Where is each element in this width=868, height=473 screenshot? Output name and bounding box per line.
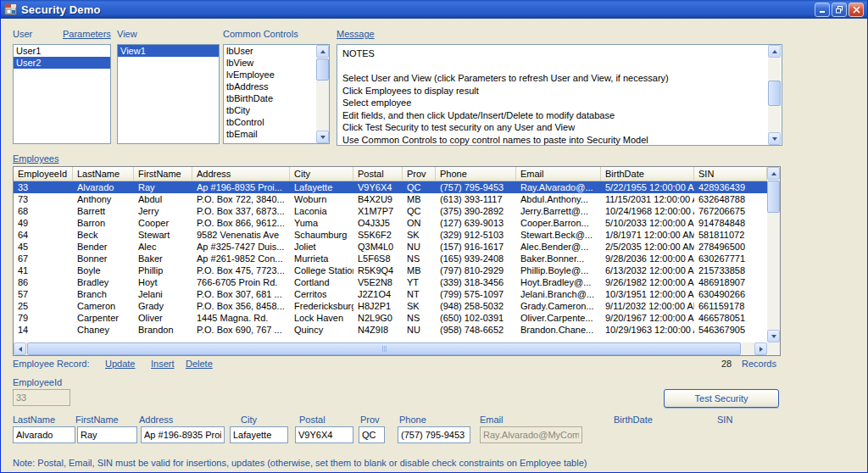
prov-field[interactable]: [359, 426, 385, 443]
lastname-field[interactable]: [13, 426, 75, 443]
cell: ON: [403, 217, 436, 229]
cell: 581811072: [694, 229, 767, 241]
column-header-postal[interactable]: Postal: [353, 167, 403, 181]
cell: Oliver: [134, 312, 192, 324]
parameters-link[interactable]: Parameters: [63, 29, 111, 39]
table-row[interactable]: 57BranchJelaniP.O. Box 307, 681 ...Cerri…: [14, 288, 767, 300]
column-header-lastname[interactable]: LastName: [73, 167, 134, 181]
cell: Grady: [134, 300, 192, 312]
table-row[interactable]: 14ChaneyBrandonP.O. Box 690, 767 ...Quin…: [14, 324, 767, 336]
city-field[interactable]: [230, 426, 288, 443]
insert-link[interactable]: Insert: [151, 359, 175, 369]
table-row[interactable]: 64BeckStewart9582 Venenatis AveSchaumbur…: [14, 229, 767, 241]
table-row[interactable]: 86BradleyHoyt766-6705 Proin Rd.CortlandV…: [14, 276, 767, 288]
minimize-button[interactable]: [815, 3, 830, 17]
cell: (127) 639-9013: [436, 217, 516, 229]
table-hscrollbar[interactable]: [14, 342, 767, 355]
scroll-up-icon[interactable]: [316, 45, 329, 58]
list-item[interactable]: tbControl: [224, 116, 316, 128]
scrollbar-thumb[interactable]: [767, 181, 780, 213]
cell: Jelani.Branch@...: [516, 288, 601, 300]
scroll-right-icon[interactable]: [754, 342, 767, 355]
column-header-phone[interactable]: Phone: [436, 167, 516, 181]
cell: (797) 810-2929: [436, 264, 516, 276]
column-header-address[interactable]: Address: [192, 167, 290, 181]
scroll-up-icon[interactable]: [768, 45, 781, 58]
column-header-city[interactable]: City: [290, 167, 353, 181]
cell: Oliver.Carpente...: [516, 312, 601, 324]
column-header-prov[interactable]: Prov: [403, 167, 436, 181]
message-notes-box[interactable]: NOTES Select User and View (click Parame…: [337, 44, 782, 146]
cell: 10/29/1963 12:00:00 AM: [601, 324, 694, 336]
column-header-email[interactable]: Email: [516, 167, 601, 181]
cell: Carpenter: [73, 312, 134, 324]
table-row[interactable]: 49BarronCooperP.O. Box 866, 9612...YumaO…: [14, 217, 767, 229]
column-header-birthdate[interactable]: BirthDate: [601, 167, 694, 181]
cell: Cooper: [134, 217, 192, 229]
cell: Hoyt: [134, 276, 192, 288]
address-field[interactable]: [141, 426, 225, 443]
notes-scrollbar[interactable]: [768, 45, 781, 145]
cell: Cooper.Barron...: [516, 217, 601, 229]
cell: 1445 Magna. Rd.: [192, 312, 290, 324]
table-row[interactable]: 68BarrettJerryP.O. Box 337, 6873...Lacon…: [14, 205, 767, 217]
list-item[interactable]: tbCity: [224, 104, 316, 116]
table-row[interactable]: 67BonnerBakerAp #261-9852 Con...Murrieta…: [14, 253, 767, 264]
controls-scrollbar[interactable]: [316, 45, 329, 143]
scrollbar-thumb[interactable]: [768, 81, 781, 106]
column-header-employeeid[interactable]: EmployeeId: [14, 167, 73, 181]
scrollbar-thumb[interactable]: [316, 58, 329, 81]
cell: NU: [403, 324, 436, 336]
cell: O4J3J5: [353, 217, 403, 229]
view-label: View: [117, 29, 137, 39]
records-count: 28: [721, 359, 732, 369]
common-controls-listbox[interactable]: lbUserlbViewlvEmployeetbAddresstbBirthDa…: [223, 44, 330, 144]
column-header-firstname[interactable]: FirstName: [134, 167, 192, 181]
view-listbox[interactable]: View1: [117, 44, 220, 144]
table-row[interactable]: 45BenderAlecAp #325-7427 Duis...JolietQ3…: [14, 241, 767, 253]
list-item[interactable]: lbUser: [224, 45, 316, 57]
list-item[interactable]: lbView: [224, 57, 316, 69]
list-item[interactable]: View1: [118, 45, 219, 57]
list-item[interactable]: User1: [14, 45, 110, 57]
employees-link[interactable]: Employees: [13, 153, 58, 164]
firstname-field[interactable]: [77, 426, 137, 443]
scroll-left-icon[interactable]: [14, 342, 26, 355]
restore-button[interactable]: [832, 3, 847, 17]
list-item[interactable]: lvEmployee: [224, 69, 316, 81]
table-vscrollbar[interactable]: [767, 167, 780, 342]
list-item[interactable]: tbEmail: [224, 128, 316, 140]
table-row[interactable]: 41BoylePhillipP.O. Box 475, 7723...Colle…: [14, 264, 767, 276]
test-security-button[interactable]: Test Security: [664, 389, 779, 408]
scroll-down-icon[interactable]: [768, 132, 781, 145]
titlebar[interactable]: Security Demo: [1, 0, 867, 19]
table-header: EmployeeIdLastNameFirstNameAddressCityPo…: [14, 167, 767, 181]
employees-table[interactable]: EmployeeIdLastNameFirstNameAddressCityPo…: [13, 166, 781, 356]
cell: Fredericksburg: [290, 300, 353, 312]
update-link[interactable]: Update: [105, 359, 135, 369]
postal-field[interactable]: [295, 426, 353, 443]
table-row[interactable]: 25CameronGradyP.O. Box 356, 8458...Frede…: [14, 300, 767, 312]
phone-field[interactable]: [398, 426, 470, 443]
scroll-down-icon[interactable]: [316, 131, 329, 143]
message-link[interactable]: Message: [337, 29, 375, 39]
scroll-down-icon[interactable]: [767, 330, 780, 342]
email-field[interactable]: [480, 426, 582, 443]
list-item[interactable]: User2: [14, 57, 110, 69]
cell: Jerry.Barrett@...: [516, 205, 601, 217]
user-listbox[interactable]: User1User2: [13, 44, 111, 144]
list-item[interactable]: tbBirthDate: [224, 92, 316, 104]
cell: Barron: [73, 217, 134, 229]
scroll-up-icon[interactable]: [767, 167, 780, 180]
table-row[interactable]: 33AlvaradoRayAp #196-8935 Proi...Lafayet…: [14, 181, 767, 193]
employeeid-field[interactable]: [13, 389, 70, 406]
close-button[interactable]: [849, 3, 864, 17]
cell: L5F6S8: [353, 253, 403, 264]
cell: 10/24/1968 12:00:00 AM: [601, 205, 694, 217]
delete-link[interactable]: Delete: [186, 359, 213, 369]
column-header-sin[interactable]: SIN: [694, 167, 767, 181]
table-row[interactable]: 73AnthonyAbdulP.O. Box 722, 3840...Wobur…: [14, 193, 767, 205]
scrollbar-thumb[interactable]: [27, 342, 741, 355]
table-row[interactable]: 79CarpenterOliver1445 Magna. Rd.Lock Hav…: [14, 312, 767, 324]
list-item[interactable]: tbAddress: [224, 81, 316, 92]
